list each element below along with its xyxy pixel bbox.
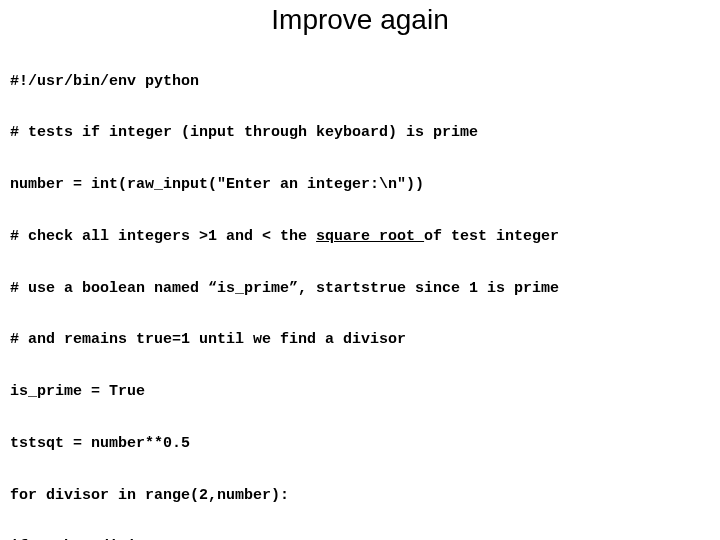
code-line: is_prime = True	[10, 383, 710, 400]
code-line: # and remains true=1 until we find a div…	[10, 331, 710, 348]
code-line: # tests if integer (input through keyboa…	[10, 124, 710, 141]
code-line: # check all integers >1 and < the square…	[10, 228, 710, 245]
slide: Improve again #!/usr/bin/env python # te…	[0, 0, 720, 540]
code-line: for divisor in range(2,number):	[10, 487, 710, 504]
slide-title: Improve again	[10, 4, 710, 36]
code-line: tstsqt = number**0.5	[10, 435, 710, 452]
code-line: number = int(raw_input("Enter an integer…	[10, 176, 710, 193]
code-text: # check all integers >1 and < the	[10, 228, 316, 245]
code-line: #!/usr/bin/env python	[10, 73, 710, 90]
code-line: # use a boolean named “is_prime”, starts…	[10, 280, 710, 297]
code-text: of test integer	[424, 228, 559, 245]
underlined-text: square root	[316, 228, 424, 245]
code-block: #!/usr/bin/env python # tests if integer…	[10, 38, 710, 540]
